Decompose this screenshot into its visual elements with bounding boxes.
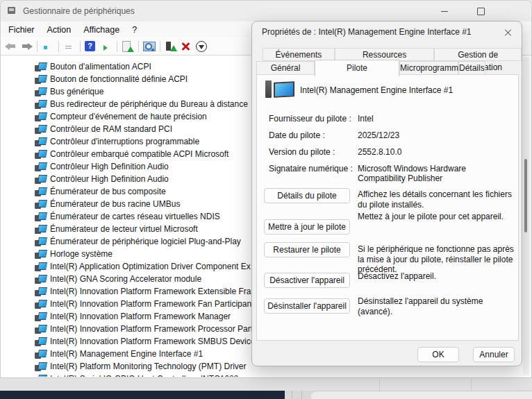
menu-item[interactable]: Affichage (77, 24, 126, 36)
system-device-icon (35, 125, 47, 134)
tree-item-label: Énumérateur de cartes réseau virtuelles … (50, 212, 220, 221)
tree-vertical-scrollbar[interactable] (523, 58, 529, 375)
menu-item[interactable]: ? (126, 24, 143, 36)
system-device-icon (35, 287, 47, 296)
field-value: 2025/12/23 (358, 130, 516, 140)
tree-item-label: Intel(R) Serial IO GPIO Host Controller … (50, 374, 238, 377)
system-device-icon (35, 212, 47, 221)
driver-actions: Détails du pilote Affichez les détails c… (264, 186, 513, 296)
system-device-icon (35, 62, 47, 71)
tab[interactable]: Pilote (315, 60, 399, 76)
properties-icon[interactable] (63, 40, 76, 53)
system-device-icon (35, 200, 47, 209)
tree-item[interactable]: Intel(R) Serial IO GPIO Host Controller … (35, 373, 531, 377)
action-button[interactable]: Restaurer le pilote (264, 242, 350, 257)
ok-button[interactable]: OK (417, 347, 459, 362)
system-device-icon (35, 262, 47, 271)
separator (58, 41, 59, 52)
system-device-icon (35, 237, 47, 246)
disable-icon[interactable] (194, 40, 208, 53)
minimize-icon[interactable] (440, 6, 449, 16)
titlebar: Gestionnaire de périphériques (1, 1, 531, 22)
tab[interactable]: Gestion de l'alimentation (434, 48, 522, 61)
tree-item-label: Énumérateur de bus composite (50, 187, 166, 196)
action-button[interactable]: Désactiver l'appareil (264, 273, 350, 288)
system-device-icon (35, 100, 47, 109)
separator (138, 41, 139, 52)
update-driver-icon[interactable] (121, 40, 135, 53)
tree-item-label: Intel(R) Innovation Platform Framework F… (50, 299, 253, 309)
system-device-icon (35, 187, 47, 196)
console-tree-icon[interactable] (41, 40, 55, 53)
tree-item-label: Énumérateur de périphérique logiciel Plu… (50, 237, 241, 246)
background-statusbar (0, 379, 532, 391)
action-pane-icon[interactable] (99, 40, 113, 53)
system-device-icon (35, 250, 47, 259)
device-action-icon[interactable] (164, 40, 178, 53)
statusbar-divider (379, 379, 380, 391)
tree-item-label: Contrôleur embarqué compatible ACPI Micr… (50, 149, 228, 159)
scan-hardware-icon[interactable] (142, 40, 156, 53)
maximize-icon[interactable] (476, 6, 485, 16)
tree-item-label: Contrôleur d'interruptions programmable (50, 137, 199, 146)
tab[interactable]: Général (256, 61, 315, 75)
action-row: Mettre à jour le pilote Mettez à jour le… (264, 212, 513, 240)
field-value: Intel (358, 114, 516, 124)
background-navy-bar (0, 391, 285, 399)
help-icon[interactable] (84, 40, 98, 53)
action-button[interactable]: Mettre à jour le pilote (264, 219, 350, 235)
system-device-icon (35, 112, 47, 121)
dialog-close-icon[interactable] (504, 28, 513, 37)
scrollbar-thumb[interactable] (524, 159, 527, 232)
action-description: Désinstallez l'appareil du système (avan… (358, 296, 516, 316)
system-device-icon (35, 225, 47, 234)
action-button[interactable]: Désinstaller l'appareil (264, 298, 350, 314)
tab[interactable]: Détails (458, 61, 485, 75)
device-manager-app-icon (8, 7, 17, 16)
system-device-icon (35, 375, 47, 377)
uninstall-icon[interactable] (179, 40, 193, 53)
menu-item[interactable]: Action (41, 24, 78, 36)
menu-item[interactable]: Fichier (2, 24, 41, 36)
separator (117, 41, 117, 52)
field-label: Signataire numérique : (269, 164, 353, 173)
system-device-icon (35, 362, 47, 371)
separator (160, 41, 160, 52)
field-label: Fournisseur du pilote : (269, 114, 351, 124)
tree-item-label: Intel(R) Innovation Platform Framework M… (50, 312, 231, 321)
field-value: 2552.8.10.0 (358, 147, 516, 157)
tree-item-label: Compteur d'événement de haute précision (50, 112, 207, 121)
system-device-icon (35, 150, 47, 159)
system-device-icon (35, 137, 47, 146)
system-device-icon (35, 87, 47, 96)
close-icon[interactable] (512, 6, 522, 16)
action-row: Détails du pilote Affichez les détails c… (264, 186, 513, 212)
forward-icon[interactable] (19, 40, 33, 53)
dialog-title: Propriétés de : Intel(R) Management Engi… (262, 27, 472, 37)
tree-item-label: Bouton de fonctionnalité définie ACPI (50, 74, 188, 84)
separator (80, 41, 81, 52)
field-label: Version du pilote : (269, 147, 335, 157)
tree-item-label: Intel(R) Platform Monitoring Technology … (50, 362, 247, 371)
tree-item-label: Bouton d'alimentation ACPI (50, 62, 151, 71)
edge-divider (301, 391, 302, 399)
tree-item-label: Intel(R) Management Engine Interface #1 (50, 349, 203, 359)
action-description: Désactivez l'appareil. (358, 271, 516, 282)
tree-item-label: Intel(R) GNA Scoring Accelerator module (50, 274, 201, 284)
dialog-titlebar: Propriétés de : Intel(R) Management Engi… (252, 22, 522, 42)
field-value: Microsoft Windows Hardware Compatibility… (358, 164, 516, 183)
computer-device-icon (264, 79, 294, 100)
tree-item-label: Horloge système (50, 249, 113, 259)
tab[interactable]: Microprogramme (399, 61, 458, 75)
action-row: Désactiver l'appareil Désactivez l'appar… (264, 269, 513, 296)
tree-item-label: Intel(R) Innovation Platform Framework S… (50, 337, 255, 346)
separator (37, 41, 38, 52)
statusbar-divider (471, 379, 472, 391)
system-device-icon (35, 350, 47, 359)
action-description: Affichez les détails concernant les fich… (358, 189, 516, 210)
background-rounded-pane (311, 391, 532, 399)
cancel-button[interactable]: Annuler (473, 347, 515, 362)
background-window-edge (0, 391, 532, 399)
back-icon[interactable] (4, 40, 18, 53)
action-button[interactable]: Détails du pilote (264, 188, 350, 203)
